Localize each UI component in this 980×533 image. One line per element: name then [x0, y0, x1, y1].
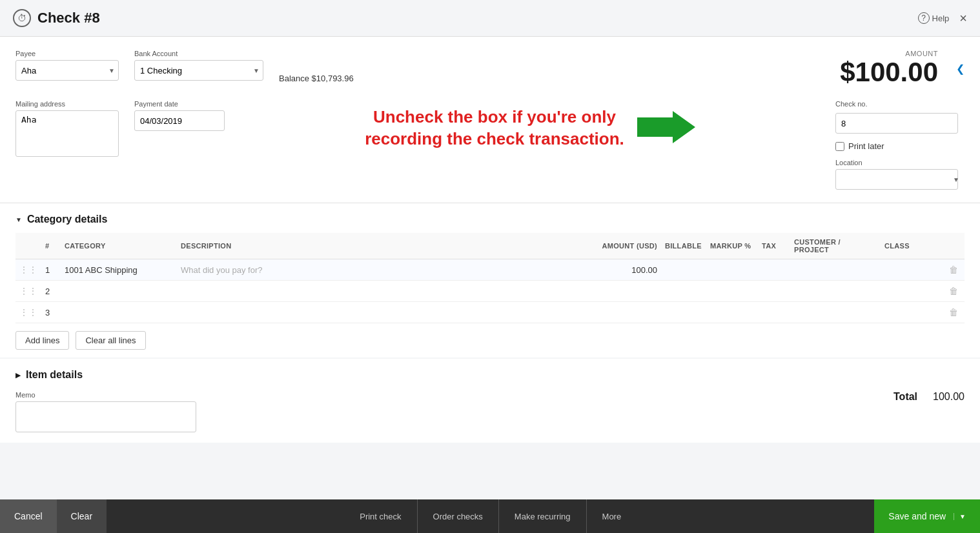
- class-cell-2[interactable]: [881, 281, 945, 302]
- location-select[interactable]: [835, 169, 958, 190]
- delete-cell-3[interactable]: 🗑: [945, 302, 965, 323]
- category-input-2[interactable]: [65, 287, 173, 296]
- mailing-group: Mailing address Aha: [15, 100, 119, 157]
- description-input-2[interactable]: [181, 287, 580, 296]
- category-input-3[interactable]: [65, 308, 173, 317]
- customer-input-1[interactable]: [794, 265, 877, 275]
- num-col-header: #: [41, 233, 61, 259]
- delete-cell-1[interactable]: 🗑: [945, 259, 965, 281]
- billable-col-header: BILLABLE: [661, 233, 706, 259]
- bank-account-label: Bank Account: [134, 50, 263, 57]
- amount-input-2[interactable]: [587, 287, 657, 296]
- table-row: ⋮⋮ 2 🗑: [15, 281, 965, 302]
- clear-button[interactable]: Clear: [57, 499, 107, 533]
- customer-cell-3[interactable]: [790, 302, 881, 323]
- balance-value: $10,793.96: [312, 74, 354, 83]
- page-title: Check #8: [37, 10, 100, 26]
- save-and-new-label: Save and new: [888, 511, 946, 521]
- tax-input-1[interactable]: [762, 265, 786, 275]
- save-and-new-button[interactable]: Save and new ▼: [874, 499, 980, 533]
- make-recurring-button[interactable]: Make recurring: [499, 499, 587, 533]
- bank-account-group: Bank Account ▼: [134, 50, 263, 81]
- item-expand-icon: ▶: [15, 372, 21, 379]
- drag-handle-1[interactable]: ⋮⋮: [15, 259, 41, 281]
- more-button[interactable]: More: [587, 499, 637, 533]
- markup-col-header: MARKUP %: [706, 233, 758, 259]
- description-cell-3[interactable]: [177, 302, 584, 323]
- category-cell-1[interactable]: [61, 259, 177, 281]
- cancel-button[interactable]: Cancel: [0, 499, 57, 533]
- class-cell-3[interactable]: [881, 302, 945, 323]
- panel-toggle-icon[interactable]: ❮: [956, 63, 965, 75]
- billable-input-1[interactable]: [665, 265, 702, 275]
- footer-center: Print check Order checks Make recurring …: [107, 499, 874, 533]
- footer-left: Cancel Clear: [0, 499, 107, 533]
- form-top: Payee ▼ Bank Account ▼ Balance $10,793.9…: [0, 37, 980, 203]
- close-button[interactable]: ×: [959, 11, 967, 26]
- print-later-checkbox[interactable]: [835, 142, 844, 151]
- description-cell-1[interactable]: [177, 259, 584, 281]
- mailing-input[interactable]: Aha: [15, 110, 119, 157]
- drag-handle-3[interactable]: ⋮⋮: [15, 302, 41, 323]
- delete-cell-2[interactable]: 🗑: [945, 281, 965, 302]
- category-input-1[interactable]: [65, 265, 173, 275]
- category-details-section: ▼ Category details # CATEGORY DESCRIPTIO…: [0, 203, 980, 357]
- category-cell-2[interactable]: [61, 281, 177, 302]
- class-cell-1[interactable]: [881, 259, 945, 281]
- item-details-header[interactable]: ▶ Item details: [15, 369, 965, 381]
- customer-cell-1[interactable]: [790, 259, 881, 281]
- description-input-1[interactable]: [181, 265, 580, 275]
- order-checks-button[interactable]: Order checks: [418, 499, 499, 533]
- header: ⏱ Check #8 ? Help ×: [0, 0, 980, 37]
- memo-input[interactable]: [15, 401, 196, 432]
- class-input-1[interactable]: [884, 265, 941, 275]
- description-cell-2[interactable]: [177, 281, 584, 302]
- help-circle-icon: ?: [918, 12, 930, 24]
- payment-date-group: Payment date: [134, 100, 225, 131]
- billable-cell-1[interactable]: [661, 259, 706, 281]
- help-button[interactable]: ? Help: [918, 12, 950, 24]
- category-cell-3[interactable]: [61, 302, 177, 323]
- bank-account-input[interactable]: [134, 60, 263, 81]
- payee-input-wrap: ▼: [15, 60, 119, 81]
- location-label: Location: [835, 159, 965, 166]
- description-col-header: DESCRIPTION: [177, 233, 584, 259]
- annotation-text: Uncheck the box if you're onlyrecording …: [365, 106, 624, 150]
- total-value: 100.00: [933, 391, 965, 403]
- clear-all-lines-button[interactable]: Clear all lines: [76, 331, 145, 350]
- table-row: ⋮⋮ 1 🗑: [15, 259, 965, 281]
- memo-total-row: Memo Total 100.00: [0, 381, 980, 443]
- customer-cell-2[interactable]: [790, 281, 881, 302]
- amount-cell-3[interactable]: [584, 302, 661, 323]
- print-check-button[interactable]: Print check: [344, 499, 417, 533]
- class-col-header: CLASS: [881, 233, 945, 259]
- add-lines-button[interactable]: Add lines: [15, 331, 69, 350]
- tax-cell-2[interactable]: [758, 281, 790, 302]
- markup-cell-1[interactable]: [706, 259, 758, 281]
- delete-row-1-icon[interactable]: 🗑: [949, 265, 958, 275]
- markup-input-1[interactable]: [710, 265, 754, 275]
- description-input-3[interactable]: [181, 308, 580, 317]
- payee-label: Payee: [15, 50, 119, 57]
- billable-cell-2[interactable]: [661, 281, 706, 302]
- delete-row-3-icon[interactable]: 🗑: [949, 307, 958, 317]
- form-row-1: Payee ▼ Bank Account ▼ Balance $10,793.9…: [15, 50, 965, 87]
- markup-cell-2[interactable]: [706, 281, 758, 302]
- payment-date-input[interactable]: [134, 110, 225, 131]
- payee-group: Payee ▼: [15, 50, 119, 81]
- tax-cell-3[interactable]: [758, 302, 790, 323]
- memo-group: Memo: [15, 391, 196, 432]
- billable-cell-3[interactable]: [661, 302, 706, 323]
- check-no-input[interactable]: [835, 113, 958, 134]
- amount-input-3[interactable]: [587, 308, 657, 317]
- markup-cell-3[interactable]: [706, 302, 758, 323]
- delete-row-2-icon[interactable]: 🗑: [949, 286, 958, 296]
- payee-input[interactable]: [15, 60, 119, 81]
- amount-input-1[interactable]: [587, 265, 657, 275]
- category-details-header[interactable]: ▼ Category details: [15, 214, 965, 225]
- amount-cell-1[interactable]: [584, 259, 661, 281]
- bank-account-input-wrap: ▼: [134, 60, 263, 81]
- amount-cell-2[interactable]: [584, 281, 661, 302]
- drag-handle-2[interactable]: ⋮⋮: [15, 281, 41, 302]
- tax-cell-1[interactable]: [758, 259, 790, 281]
